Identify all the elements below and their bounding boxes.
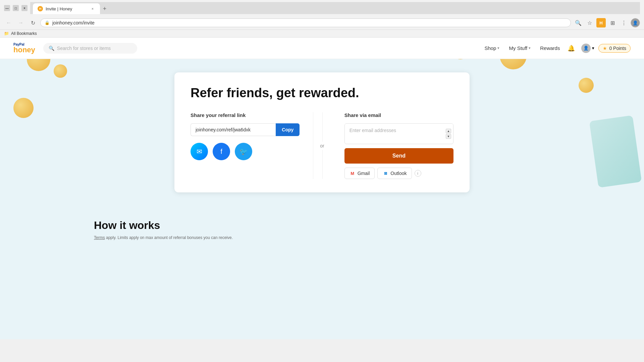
window-controls: — □ × xyxy=(4,5,28,11)
main-content: Refer friends, get rewarded. Share your … xyxy=(0,59,644,206)
send-button[interactable]: Send xyxy=(344,148,453,164)
invite-headline: Refer friends, get rewarded. xyxy=(191,86,453,100)
twitter-icon: 🐦 xyxy=(239,147,248,156)
messenger-share-button[interactable]: ✉ xyxy=(191,143,208,160)
gmail-button[interactable]: M Gmail xyxy=(344,168,375,179)
active-tab[interactable]: H Invite | Honey × xyxy=(33,3,100,14)
search-bar[interactable]: 🔍 Search for stores or items xyxy=(43,43,137,54)
notifications-bell-button[interactable]: 🔔 xyxy=(565,42,577,54)
email-input-wrapper: ▲ ▼ xyxy=(344,123,453,144)
email-provider-row: M Gmail ⊠ Outlook i xyxy=(344,168,453,179)
share-email-section: Share via email ▲ ▼ Send M Gmail xyxy=(331,112,453,179)
refresh-button[interactable]: ↻ xyxy=(28,18,38,27)
bookmark-star-button[interactable]: ☆ xyxy=(585,18,594,27)
address-bar[interactable]: 🔒 xyxy=(40,18,571,27)
how-it-works-title: How it works xyxy=(94,219,550,232)
user-avatar: 👤 xyxy=(581,44,591,53)
user-chevron-icon: ▾ xyxy=(592,46,594,51)
points-star-icon: ★ xyxy=(603,46,607,51)
search-bar-placeholder: Search for stores or items xyxy=(57,46,111,51)
outlook-label: Outlook xyxy=(390,171,407,176)
title-bar: — □ × H Invite | Honey × + xyxy=(0,0,644,16)
user-menu-button[interactable]: 👤 ▾ xyxy=(579,42,597,54)
or-divider: or xyxy=(313,112,331,179)
share-email-title: Share via email xyxy=(344,112,453,118)
tabs-bar: H Invite | Honey × + xyxy=(30,2,640,14)
scroll-up-button[interactable]: ▲ xyxy=(446,129,451,133)
back-button[interactable]: ← xyxy=(4,18,13,27)
facebook-share-button[interactable]: f xyxy=(213,143,230,160)
page: PayPal honey 🔍 Search for stores or item… xyxy=(0,38,644,339)
copy-button[interactable]: Copy xyxy=(276,123,300,136)
toolbar-icons: 🔍 ☆ H ⊞ ⋮ 👤 xyxy=(574,18,640,27)
extensions-button[interactable]: ⊞ xyxy=(608,18,617,27)
bookmarks-folder-icon: 📁 xyxy=(4,31,9,36)
my-stuff-nav-link[interactable]: My Stuff ▾ xyxy=(505,43,535,54)
twitter-share-button[interactable]: 🐦 xyxy=(235,143,252,160)
email-addresses-input[interactable] xyxy=(345,124,453,142)
rewards-nav-link[interactable]: Rewards xyxy=(536,43,564,54)
search-bar-icon: 🔍 xyxy=(49,46,54,51)
points-badge[interactable]: ★ 0 Points xyxy=(598,44,631,53)
gmail-label: Gmail xyxy=(358,171,370,176)
terms-text: apply. Limits apply on max amount of ref… xyxy=(105,235,233,240)
site-header: PayPal honey 🔍 Search for stores or item… xyxy=(0,38,644,59)
terms-row: Terms apply. Limits apply on max amount … xyxy=(94,234,550,240)
share-link-section: Share your referral link Copy ✉ f � xyxy=(191,112,313,179)
referral-url-input[interactable] xyxy=(191,123,276,136)
search-icon-button[interactable]: 🔍 xyxy=(574,18,583,27)
scroll-down-button[interactable]: ▼ xyxy=(446,134,451,139)
share-sections-wrapper: Share your referral link Copy ✉ f � xyxy=(191,112,453,179)
bookmarks-label[interactable]: All Bookmarks xyxy=(11,31,37,36)
outlook-button[interactable]: ⊠ Outlook xyxy=(377,168,412,179)
minimize-button[interactable]: — xyxy=(4,5,10,11)
forward-button[interactable]: → xyxy=(16,18,25,27)
shop-nav-link[interactable]: Shop ▾ xyxy=(480,43,503,54)
referral-link-row: Copy xyxy=(191,123,300,136)
info-icon[interactable]: i xyxy=(415,170,421,177)
facebook-icon: f xyxy=(220,148,222,156)
outlook-icon: ⊠ xyxy=(382,170,388,176)
logo-wrapper: PayPal honey xyxy=(13,43,35,54)
maximize-button[interactable]: □ xyxy=(13,5,19,11)
invite-card: Refer friends, get rewarded. Share your … xyxy=(174,72,470,192)
close-button[interactable]: × xyxy=(21,5,28,11)
address-input[interactable] xyxy=(52,20,567,25)
email-scroll-buttons: ▲ ▼ xyxy=(446,129,451,139)
honey-extension-button[interactable]: H xyxy=(596,18,606,27)
gmail-icon: M xyxy=(350,170,356,176)
share-link-title: Share your referral link xyxy=(191,112,300,118)
tab-close-button[interactable]: × xyxy=(90,6,95,11)
bookmarks-bar: 📁 All Bookmarks xyxy=(0,29,644,37)
logo-honey-text: honey xyxy=(13,46,35,54)
tab-favicon: H xyxy=(38,6,43,11)
how-it-works-section: How it works Terms apply. Limits apply o… xyxy=(0,206,644,254)
points-label: 0 Points xyxy=(609,46,626,51)
more-options-button[interactable]: ⋮ xyxy=(619,18,629,27)
or-label: or xyxy=(320,142,324,150)
nav-links: Shop ▾ My Stuff ▾ Rewards 🔔 👤 ▾ ★ 0 Poin… xyxy=(480,42,631,54)
social-icons: ✉ f 🐦 xyxy=(191,143,300,160)
profile-button[interactable]: 👤 xyxy=(631,18,640,27)
my-stuff-chevron-icon: ▾ xyxy=(529,46,531,50)
honey-logo[interactable]: PayPal honey xyxy=(13,43,35,54)
browser-toolbar: ← → ↻ 🔒 🔍 ☆ H ⊞ ⋮ 👤 xyxy=(0,16,644,29)
terms-link[interactable]: Terms xyxy=(94,235,105,240)
lock-icon: 🔒 xyxy=(45,20,50,25)
new-tab-button[interactable]: + xyxy=(100,4,109,13)
browser-chrome: — □ × H Invite | Honey × + ← → ↻ 🔒 🔍 ☆ H… xyxy=(0,0,644,38)
shop-chevron-icon: ▾ xyxy=(497,46,499,50)
messenger-icon: ✉ xyxy=(197,147,202,156)
tab-title: Invite | Honey xyxy=(46,6,72,11)
